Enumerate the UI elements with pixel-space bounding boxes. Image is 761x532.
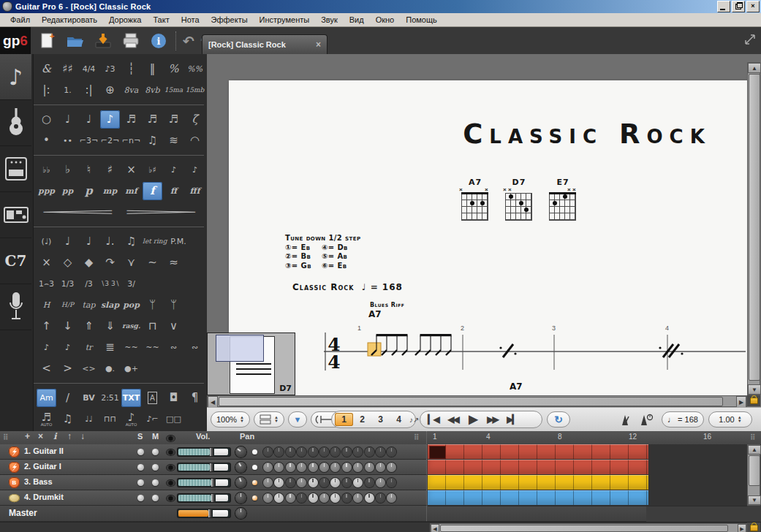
menu-item[interactable]: Эффекты [205,14,254,26]
vscroll-thumb[interactable] [749,455,760,486]
navigator-viewport[interactable] [216,335,264,362]
scroll-left-icon[interactable]: ◀ [208,396,218,408]
accidental-combo-icon[interactable]: ♭♯ [143,161,162,179]
mixer-vscrollbar[interactable]: ▲ ▼ [747,444,760,506]
move-track-up-button[interactable]: ↑ [67,431,72,441]
menu-item[interactable]: Инструменты [254,14,316,26]
minimize-button[interactable] [717,1,730,12]
track-led[interactable] [252,465,257,470]
menu-item[interactable]: Редактировать [36,14,103,26]
slide-out-icon[interactable]: 3∕ [121,275,141,293]
wide-vibrato-icon[interactable]: ≈ [164,254,183,272]
rake-icon[interactable]: ≋ [164,132,183,150]
add-track-button[interactable]: + [25,431,30,441]
timer-icon[interactable]: 2:51 [100,389,120,407]
effect-knob[interactable] [263,463,273,472]
effect-knob[interactable] [274,478,284,487]
master-pan-knob[interactable] [235,508,246,519]
document-navigator[interactable]: D7 [207,332,295,395]
menu-item[interactable]: Нота [175,14,205,26]
automation-eye-icon[interactable] [167,449,175,455]
page-button-3[interactable]: 3 [371,413,390,426]
let-ring-auto-icon[interactable]: ♬AUTO [37,410,56,428]
effect-knob[interactable] [365,478,374,487]
edit-cursor[interactable] [368,343,381,356]
scroll-right-icon[interactable]: ▶ [736,396,746,408]
pan-knob[interactable] [235,493,246,503]
effect-knob[interactable] [376,493,385,503]
effect-knob[interactable] [376,463,385,472]
move-track-down-button[interactable]: ↓ [80,431,85,441]
grace-before-beat-icon[interactable]: ♪ [164,161,183,179]
track-row[interactable]: 1. Guitar II [0,444,427,460]
fade-out-icon[interactable]: > [58,360,77,378]
artificial-harmonic-icon[interactable]: ◆ [79,254,99,272]
scroll-down-icon[interactable]: ▼ [748,384,761,395]
direction-marker-icon[interactable]: ¶ [185,389,205,407]
effect-knob[interactable] [319,463,329,472]
scroll-up-icon[interactable]: ▲ [748,445,761,455]
fast-forward-icon[interactable]: ▶▶ [482,413,502,426]
wah-open-icon[interactable]: ●+ [121,360,141,378]
sixteenth-note-icon[interactable]: ♬ [121,110,141,129]
natural-harmonic-icon[interactable]: ◇ [58,254,77,272]
pop-icon[interactable]: pop [121,296,141,314]
track-row[interactable]: 2. Guitar I [0,460,427,475]
effect-knob[interactable] [330,493,340,503]
effect-knob[interactable] [263,447,273,457]
hscroll-thumb[interactable] [440,525,728,532]
effect-knob[interactable] [297,447,306,457]
double-sharp-icon[interactable]: × [121,161,141,179]
tremolo-bar-icon[interactable]: ⋎ [121,254,141,272]
legato-icon[interactable]: ♫ [121,232,141,251]
effect-knob[interactable] [353,478,363,487]
solo-dot[interactable] [137,479,144,486]
effect-knob[interactable] [297,493,306,503]
half-note-icon[interactable]: ♩ [58,110,77,129]
solo-dot[interactable] [137,495,144,501]
quarter-note-icon[interactable]: ♩ [79,110,99,129]
dynamic-ff-icon[interactable]: ff [164,182,183,200]
brush-down-icon[interactable]: ↓ [58,317,77,335]
dynamic-ppp-icon[interactable]: ppp [37,182,56,200]
effect-knob[interactable] [308,447,318,457]
note-editor-button[interactable]: ♪ [0,54,31,100]
effect-knob[interactable] [274,463,284,472]
ottava-8va-icon[interactable]: 8va [121,81,141,99]
effect-knob[interactable] [286,447,295,457]
restore-button[interactable] [732,1,745,12]
eighth-note-icon[interactable]: ♪ [100,110,120,129]
effect-knob[interactable] [319,447,329,457]
pick-upstroke-icon[interactable]: ∨ [164,317,183,335]
open-file-icon[interactable] [64,30,86,52]
staccato-note-icon[interactable]: ♩. [100,232,120,251]
repeat-open-icon[interactable]: |: [37,81,56,99]
zoom-control[interactable]: 100% ▲▼ [211,411,250,428]
master-volume-slider[interactable] [178,509,230,517]
effect-knob[interactable] [319,493,329,503]
grace-on-beat-icon[interactable]: ♪ [185,161,205,179]
fermata-icon[interactable]: ◠ [185,132,205,150]
play-icon[interactable]: ▶ [463,413,482,426]
vscroll-thumb[interactable] [749,74,760,381]
effect-knob[interactable] [365,463,374,472]
rest-icon[interactable]: ζ [185,110,205,129]
slash-notation-icon[interactable]: ∕ [58,389,77,407]
key-signature-icon[interactable]: ♯♯ [58,60,77,78]
effect-knob[interactable] [353,493,363,503]
effect-knob[interactable] [319,478,329,487]
volume-slider[interactable] [178,479,230,487]
track-lane-blocks[interactable] [428,460,648,474]
brush-up-icon[interactable]: ↑ [37,317,56,335]
whole-note-icon[interactable]: ○ [37,110,56,129]
automation-eye-icon[interactable] [167,495,175,501]
fade-in-icon[interactable]: < [37,360,56,378]
scroll-up-icon[interactable]: ▲ [748,63,761,73]
multipage-icon[interactable]: ♪↗ [409,416,419,424]
volume-slider[interactable] [178,463,230,471]
effect-knob[interactable] [308,463,318,472]
vibrato-icon[interactable]: ~ [143,254,162,272]
microphone-button[interactable] [0,284,31,330]
effect-knob[interactable] [387,478,396,487]
rasgueado-icon[interactable]: rasg. [121,317,141,335]
